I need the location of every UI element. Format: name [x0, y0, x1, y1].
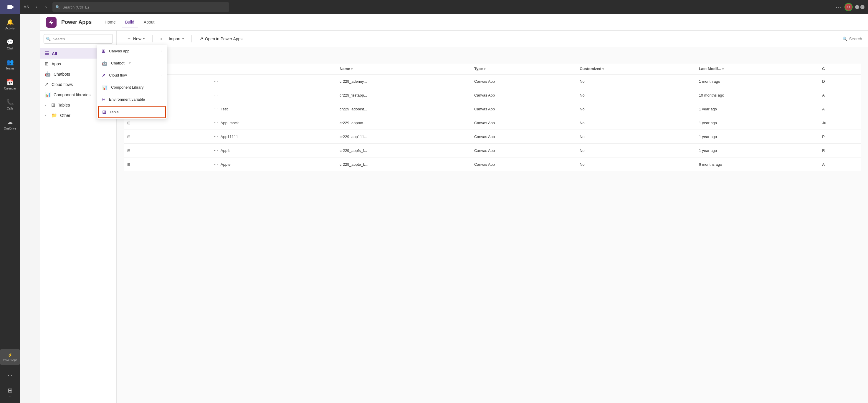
app-container: Power Apps Home Build About 🔍 ☰ — [40, 14, 868, 403]
main-area: Power Apps Home Build About 🔍 ☰ — [40, 14, 868, 403]
dropdown-item-label: Canvas app — [117, 49, 129, 53]
dropdown-item-label: Environment variable — [117, 97, 145, 102]
dropdown-item-label: Cloud flow — [117, 73, 127, 77]
right-panel: ＋ New ▾ ⟵ Import ▾ ↗ Open in Power Apps — [117, 31, 868, 403]
dropdown-item-chatbot[interactable]: 🤖 Chatbot ↗ — [117, 57, 167, 69]
dropdown-menu: ⊞ Canvas app › 🤖 Chatbot ↗ ↗ Cloud flow … — [117, 45, 167, 119]
dropdown-item-component-library[interactable]: 📊 Component Library — [117, 81, 167, 93]
caret-icon: › — [161, 74, 162, 77]
dropdown-item-label: Table — [117, 110, 119, 114]
external-link-icon: ↗ — [128, 61, 131, 65]
dropdown-item-env-variable[interactable]: ⊟ Environment variable — [117, 93, 167, 105]
dropdown-item-label: Component Library — [117, 85, 144, 90]
dropdown-item-label: Chatbot — [117, 61, 125, 65]
dropdown-item-table[interactable]: ⊞ Table — [117, 106, 166, 118]
content-layout: 🔍 ☰ All ⊞ Apps 🤖 Chatbots — [40, 31, 868, 403]
dropdown-item-cloud-flow[interactable]: ↗ Cloud flow › — [117, 69, 167, 81]
dropdown-item-canvas-app[interactable]: ⊞ Canvas app › — [117, 45, 167, 57]
caret-icon: › — [161, 49, 162, 53]
dropdown-overlay[interactable] — [117, 31, 868, 403]
